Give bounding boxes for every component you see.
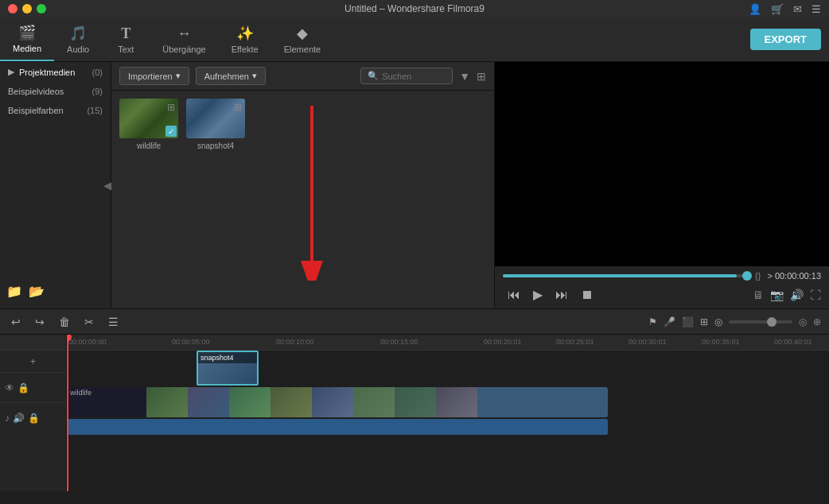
cut-button[interactable]: ✂ bbox=[81, 314, 97, 330]
media-snapshot4-label: snapshot4 bbox=[197, 142, 234, 150]
tab-uebergaenge[interactable]: ↔ Übergänge bbox=[150, 17, 218, 61]
progress-fill bbox=[503, 274, 737, 277]
sidebar-projektmedien-count: (0) bbox=[92, 68, 103, 77]
tab-audio-label: Audio bbox=[67, 45, 89, 54]
search-input[interactable] bbox=[382, 72, 446, 81]
time-display: > 00:00:00:13 bbox=[767, 271, 821, 281]
overlay-clip-label: snapshot4 bbox=[198, 352, 257, 363]
sidebar-item-beispielvideos[interactable]: Beispielvideos (9) bbox=[0, 82, 111, 101]
tab-effekte[interactable]: ✨ Effekte bbox=[219, 17, 271, 61]
sidebar-beispielfarben-label: Beispielfarben bbox=[8, 106, 64, 115]
record-screen-icon[interactable]: ⬛ bbox=[682, 316, 694, 328]
media-item-snapshot4[interactable]: ⊞ snapshot4 bbox=[186, 99, 245, 150]
progress-track[interactable] bbox=[503, 274, 749, 277]
snap-icon[interactable]: ⊞ bbox=[700, 316, 708, 328]
screen-icon[interactable]: 🖥 bbox=[753, 289, 764, 301]
minimize-button[interactable] bbox=[22, 4, 32, 14]
tab-audio[interactable]: 🎵 Audio bbox=[54, 17, 102, 61]
video-track-label: wildlife bbox=[70, 389, 91, 397]
elemente-icon: ◆ bbox=[297, 25, 308, 42]
audio-lock-icon[interactable]: 🔒 bbox=[28, 413, 40, 424]
play-button[interactable]: ▶ bbox=[528, 285, 547, 304]
timeline-toolbar: ↩ ↪ 🗑 ✂ ☰ ⚑ 🎤 ⬛ ⊞ ◎ ◎ ⊕ bbox=[0, 309, 829, 335]
help-icon[interactable]: ☰ bbox=[811, 3, 821, 15]
volume-icon[interactable]: 🔊 bbox=[790, 289, 804, 301]
audio-icon: 🎵 bbox=[69, 25, 87, 42]
grid-icon[interactable]: ⊞ bbox=[477, 70, 486, 83]
top-nav: 🎬 Medien 🎵 Audio T Text ↔ Übergänge ✨ Ef… bbox=[0, 17, 829, 62]
add-track-button[interactable]: + bbox=[30, 355, 37, 367]
cart-icon[interactable]: 🛒 bbox=[771, 3, 784, 15]
zoom-in-icon[interactable]: ⊕ bbox=[813, 316, 821, 328]
grid-view-icon-2: ⊞ bbox=[234, 102, 242, 113]
fullscreen-icon[interactable]: ⛶ bbox=[810, 289, 821, 301]
tab-elemente[interactable]: ◆ Elemente bbox=[271, 17, 333, 61]
timeline-content: + 👁 🔒 ♪ 🔊 🔒 00:00:00:00 00:00:05:00 00:0… bbox=[0, 335, 829, 491]
ruler-mark-0: 00:00:00:00 bbox=[68, 338, 107, 346]
snapshot-icon[interactable]: 📷 bbox=[770, 289, 784, 301]
timeline-ruler: 00:00:00:00 00:00:05:00 00:00:10:00 00:0… bbox=[67, 335, 829, 351]
preview-panel: {} > 00:00:00:13 ⏮ ▶ ⏭ ⏹ 🖥 📷 🔊 ⛶ bbox=[495, 62, 829, 308]
filter-icon[interactable]: ▼ bbox=[459, 70, 470, 83]
track-eye-icon[interactable]: 👁 bbox=[5, 382, 14, 394]
sidebar-item-projektmedien[interactable]: ▶ Projektmedien (0) bbox=[0, 62, 111, 82]
import-label: Importieren bbox=[128, 72, 173, 81]
video-track[interactable]: wildlife bbox=[67, 387, 608, 417]
undo-button[interactable]: ↩ bbox=[8, 314, 24, 330]
timeline-area: ↩ ↪ 🗑 ✂ ☰ ⚑ 🎤 ⬛ ⊞ ◎ ◎ ⊕ + 👁 🔒 bbox=[0, 308, 829, 491]
close-button[interactable] bbox=[8, 4, 18, 14]
sidebar: ▶ Projektmedien (0) Beispielvideos (9) B… bbox=[0, 62, 111, 308]
media-item-wildlife[interactable]: ⊞ ✓ wildlife bbox=[119, 99, 178, 150]
ruler-mark-6: 00:00:30:01 bbox=[629, 338, 667, 346]
maximize-button[interactable] bbox=[37, 4, 46, 14]
forward-button[interactable]: ⏭ bbox=[551, 285, 573, 304]
media-panel: Importieren ▾ Aufnehmen ▾ 🔍 ▼ ⊞ ⊞ ✓ bbox=[111, 62, 495, 308]
playback-controls: ⏮ ▶ ⏭ ⏹ bbox=[503, 285, 598, 304]
track-lock-icon[interactable]: 🔒 bbox=[18, 382, 29, 394]
crop-button[interactable]: ☰ bbox=[105, 314, 122, 330]
ruler-mark-4: 00:00:20:01 bbox=[484, 338, 522, 346]
text-icon: T bbox=[121, 25, 130, 42]
keyframe-icon[interactable]: {} bbox=[755, 271, 761, 281]
add-media-icon[interactable]: 📁 bbox=[6, 284, 22, 299]
audio-track[interactable] bbox=[67, 419, 608, 435]
tab-effekte-label: Effekte bbox=[232, 45, 259, 54]
media-grid: ⊞ ✓ wildlife ⊞ snapshot4 bbox=[111, 91, 494, 308]
preview-button-row: ⏮ ▶ ⏭ ⏹ 🖥 📷 🔊 ⛶ bbox=[503, 285, 821, 304]
mic-icon[interactable]: 🎤 bbox=[664, 316, 675, 328]
search-icon: 🔍 bbox=[368, 71, 379, 81]
zoom-slider[interactable] bbox=[729, 320, 792, 324]
effekte-icon: ✨ bbox=[236, 25, 254, 42]
audio-track-row bbox=[67, 435, 829, 465]
mail-icon[interactable]: ✉ bbox=[793, 3, 802, 15]
timeline-right-tools: ⚑ 🎤 ⬛ ⊞ ◎ ◎ ⊕ bbox=[648, 316, 821, 328]
import-chevron-icon: ▾ bbox=[176, 71, 181, 81]
redo-button[interactable]: ↪ bbox=[32, 314, 48, 330]
overlay-clip-snapshot4[interactable]: snapshot4 bbox=[197, 351, 259, 386]
stop-button[interactable]: ⏹ bbox=[576, 285, 598, 304]
audio-vol-icon[interactable]: 🔊 bbox=[13, 413, 25, 424]
media-thumb-wildlife: ⊞ ✓ bbox=[119, 99, 178, 138]
sidebar-item-beispielfarben[interactable]: Beispielfarben (15) bbox=[0, 101, 111, 120]
record-button[interactable]: Aufnehmen ▾ bbox=[196, 67, 266, 85]
export-button[interactable]: EXPORT bbox=[750, 29, 821, 50]
check-badge: ✓ bbox=[165, 126, 177, 137]
tab-text[interactable]: T Text bbox=[102, 17, 150, 61]
uebergaenge-icon: ↔ bbox=[177, 25, 191, 42]
zoom-out-icon[interactable]: ◎ bbox=[799, 316, 807, 328]
flag-icon[interactable]: ⚑ bbox=[648, 316, 657, 328]
preview-controls: {} > 00:00:00:13 ⏮ ▶ ⏭ ⏹ 🖥 📷 🔊 ⛶ bbox=[495, 266, 829, 308]
tab-medien[interactable]: 🎬 Medien bbox=[0, 17, 54, 61]
main-area: ▶ Projektmedien (0) Beispielvideos (9) B… bbox=[0, 62, 829, 308]
new-folder-icon[interactable]: 📂 bbox=[29, 284, 45, 299]
delete-button[interactable]: 🗑 bbox=[56, 314, 73, 330]
speed-icon[interactable]: ◎ bbox=[714, 316, 722, 328]
preview-progress-bar: {} > 00:00:00:13 bbox=[503, 271, 821, 281]
import-button[interactable]: Importieren ▾ bbox=[119, 67, 189, 85]
rewind-button[interactable]: ⏮ bbox=[503, 285, 525, 304]
progress-thumb[interactable] bbox=[742, 271, 752, 281]
preview-right-icons: 🖥 📷 🔊 ⛶ bbox=[753, 289, 821, 301]
record-chevron-icon: ▾ bbox=[252, 71, 257, 81]
audio-track-icon[interactable]: ♪ bbox=[5, 413, 10, 424]
account-icon[interactable]: 👤 bbox=[749, 3, 761, 15]
